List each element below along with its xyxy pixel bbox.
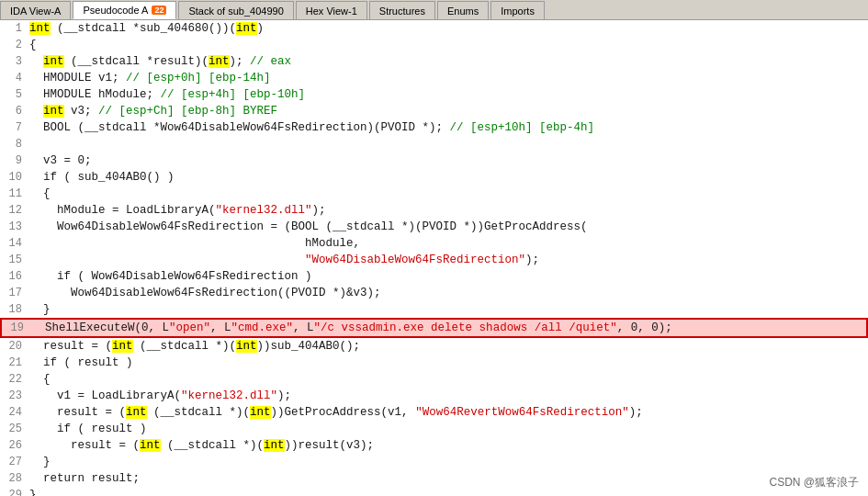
tab-ida-view-a[interactable]: IDA View-A (0, 1, 71, 19)
code-line: 26 result = (int (__stdcall *)(int))resu… (0, 437, 868, 454)
code-line: 17 Wow64DisableWow64FsRedirection((PVOID… (0, 285, 868, 301)
tab-structures[interactable]: Structures (369, 1, 435, 19)
code-line: 6 int v3; // [esp+Ch] [ebp-8h] BYREF (0, 103, 868, 119)
code-line: 22 { (0, 371, 868, 388)
code-line-19: 19 ShellExecuteW(0, L"open", L"cmd.exe",… (0, 318, 868, 338)
code-line: 20 result = (int (__stdcall *)(int))sub_… (0, 338, 868, 355)
code-line: 25 if ( result ) (0, 421, 868, 437)
code-line: 18 } (0, 301, 868, 318)
code-line: 24 result = (int (__stdcall *)(int))GetP… (0, 404, 868, 421)
code-line: 8 (0, 136, 868, 152)
code-line: 4 HMODULE v1; // [esp+0h] [ebp-14h] (0, 70, 868, 86)
tab-stack[interactable]: Stack of sub_404990 (178, 1, 293, 19)
code-line: 14 hModule, (0, 235, 868, 252)
code-line: 27 } (0, 454, 868, 470)
code-line: 3 int (__stdcall *result)(int); // eax (0, 53, 868, 70)
code-line: 10 if ( sub_404AB0() ) (0, 169, 868, 186)
code-line: 23 v1 = LoadLibraryA("kernel32.dll"); (0, 388, 868, 404)
code-line: 11 { (0, 186, 868, 202)
code-line: 15 "Wow64DisableWow64FsRedirection"); (0, 252, 868, 268)
code-line: 7 BOOL (__stdcall *Wow64DisableWow64FsRe… (0, 119, 868, 136)
code-line: 1 int (__stdcall *sub_404680())(int) (0, 20, 868, 37)
code-line: 29 } (0, 487, 868, 496)
code-line: 12 hModule = LoadLibraryA("kernel32.dll"… (0, 202, 868, 219)
tab-badge: 22 (152, 6, 166, 15)
tab-pseudocode-a[interactable]: Pseudocode A 22 (73, 1, 176, 19)
tab-bar: IDA View-A Pseudocode A 22 Stack of sub_… (0, 0, 868, 20)
code-line: 21 if ( result ) (0, 355, 868, 371)
code-line: 28 return result; (0, 470, 868, 487)
code-area: 1 int (__stdcall *sub_404680())(int) 2 {… (0, 20, 868, 496)
tab-imports[interactable]: Imports (490, 1, 545, 19)
code-line: 16 if ( Wow64DisableWow64FsRedirection ) (0, 268, 868, 285)
watermark: CSDN @狐客浪子 (769, 475, 859, 490)
code-line: 2 { (0, 37, 868, 53)
tab-enums[interactable]: Enums (437, 1, 489, 19)
code-line: 13 Wow64DisableWow64FsRedirection = (BOO… (0, 219, 868, 235)
tab-hex-view[interactable]: Hex View-1 (296, 1, 367, 19)
code-content: 1 int (__stdcall *sub_404680())(int) 2 {… (0, 20, 868, 496)
code-line: 9 v3 = 0; (0, 152, 868, 169)
code-line: 5 HMODULE hModule; // [esp+4h] [ebp-10h] (0, 86, 868, 103)
